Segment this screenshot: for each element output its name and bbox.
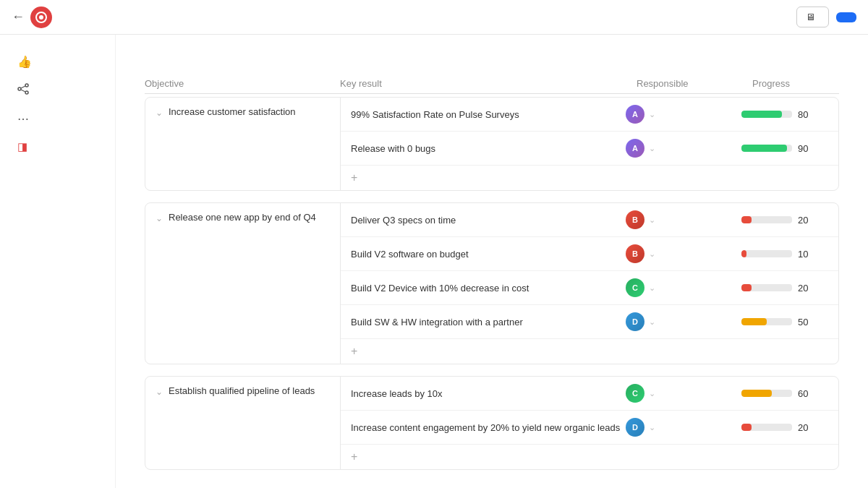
avatar: A bbox=[626, 105, 644, 124]
share-icon bbox=[17, 83, 29, 98]
responsible-chevron[interactable]: ⌄ bbox=[649, 389, 655, 398]
progress-bar bbox=[741, 424, 752, 431]
collapse-chevron[interactable]: ⌄ bbox=[156, 213, 163, 223]
responsible-chevron[interactable]: ⌄ bbox=[649, 215, 655, 225]
avatar: D bbox=[626, 418, 644, 437]
add-icon: + bbox=[351, 450, 626, 463]
progress-bar-wrap bbox=[741, 284, 792, 291]
content-area: Objective Key result Responsible Progres… bbox=[116, 35, 868, 488]
kr-text: Deliver Q3 specs on time bbox=[351, 215, 626, 226]
objective-cell: ⌄Increase customer satisfaction bbox=[145, 98, 341, 190]
progress-number: 20 bbox=[798, 422, 815, 433]
add-kr-row[interactable]: + bbox=[341, 445, 838, 469]
add-kr-row[interactable]: + bbox=[341, 166, 838, 190]
kr-list: 99% Satisfaction Rate on Pulse Surveys A… bbox=[341, 98, 838, 190]
progress-bar bbox=[741, 250, 746, 257]
responsible-chevron[interactable]: ⌄ bbox=[649, 110, 655, 119]
thumbs-up-icon: 👍 bbox=[17, 55, 32, 69]
svg-line-4 bbox=[21, 90, 25, 92]
add-icon: + bbox=[351, 345, 626, 358]
objective-row: ⌄Increase customer satisfaction 99% Sati… bbox=[145, 98, 838, 190]
progress-bar bbox=[741, 216, 752, 223]
progress-bar bbox=[741, 145, 787, 152]
progress-bar bbox=[741, 111, 782, 118]
copy-doc-button[interactable] bbox=[836, 12, 856, 22]
kr-text: Build V2 Device with 10% decrease in cos… bbox=[351, 283, 626, 294]
responsible-cell: C ⌄ bbox=[626, 384, 741, 403]
responsible-chevron[interactable]: ⌄ bbox=[649, 144, 655, 153]
objective-row: ⌄Establish qualified pipeline of leads I… bbox=[145, 377, 838, 469]
back-icon: ← bbox=[12, 9, 25, 25]
avatar: B bbox=[626, 210, 644, 229]
responsible-chevron[interactable]: ⌄ bbox=[649, 249, 655, 259]
progress-bar-wrap bbox=[741, 318, 792, 325]
progress-number: 90 bbox=[798, 143, 815, 154]
sidebar-item-likes[interactable]: 👍 bbox=[6, 49, 109, 74]
objective-cell: ⌄Establish qualified pipeline of leads bbox=[145, 377, 341, 469]
objective-label: Release one new app by end of Q4 bbox=[169, 212, 316, 223]
table-row: Deliver Q3 specs on time B ⌄ 20 bbox=[341, 203, 838, 237]
progress-bar-wrap bbox=[741, 250, 792, 257]
table-row: Build SW & HW integration with a partner… bbox=[341, 305, 838, 339]
objective-label: Establish qualified pipeline of leads bbox=[169, 385, 315, 396]
progress-bar-wrap bbox=[741, 145, 792, 152]
progress-number: 20 bbox=[798, 283, 815, 294]
kr-text: Increase content engagement by 20% to yi… bbox=[351, 422, 626, 433]
objective-cell: ⌄Release one new app by end of Q4 bbox=[145, 203, 341, 364]
table-row: Increase content engagement by 20% to yi… bbox=[341, 411, 838, 445]
main-layout: 👍 ⋯ ◨ bbox=[0, 35, 868, 488]
sidebar-item-more[interactable]: ⋯ bbox=[6, 106, 109, 132]
progress-cell: 50 bbox=[741, 317, 828, 328]
responsible-cell: C ⌄ bbox=[626, 278, 741, 297]
sidebar-item-gallery[interactable]: ◨ bbox=[6, 134, 109, 159]
table-row: Build V2 software on budget B ⌄ 10 bbox=[341, 237, 838, 271]
topbar-right: 🖥 bbox=[796, 7, 856, 27]
kr-text: Release with 0 bugs bbox=[351, 143, 626, 154]
responsible-cell: D ⌄ bbox=[626, 418, 741, 437]
more-icon: ⋯ bbox=[17, 112, 29, 126]
table-row: Build V2 Device with 10% decrease in cos… bbox=[341, 271, 838, 305]
svg-point-0 bbox=[25, 84, 28, 87]
request-demo-button[interactable]: 🖥 bbox=[796, 7, 829, 27]
responsible-cell: A ⌄ bbox=[626, 139, 741, 158]
progress-number: 80 bbox=[798, 109, 815, 120]
col-key-result: Key result bbox=[340, 78, 637, 89]
back-button[interactable]: ← bbox=[12, 9, 25, 25]
progress-cell: 10 bbox=[741, 249, 828, 260]
progress-cell: 20 bbox=[741, 283, 828, 294]
responsible-cell: A ⌄ bbox=[626, 105, 741, 124]
collapse-chevron[interactable]: ⌄ bbox=[156, 108, 163, 118]
add-icon: + bbox=[351, 171, 626, 184]
sidebar-item-share[interactable] bbox=[6, 77, 109, 103]
progress-bar-wrap bbox=[741, 390, 792, 397]
progress-bar bbox=[741, 284, 752, 291]
svg-line-3 bbox=[21, 86, 25, 88]
kr-text: Build SW & HW integration with a partner bbox=[351, 317, 626, 328]
progress-number: 20 bbox=[798, 215, 815, 226]
avatar: C bbox=[626, 384, 644, 403]
objective-row: ⌄Release one new app by end of Q4 Delive… bbox=[145, 203, 838, 364]
progress-number: 10 bbox=[798, 249, 815, 260]
progress-bar bbox=[741, 318, 767, 325]
logo-inner bbox=[35, 12, 47, 23]
progress-cell: 20 bbox=[741, 422, 828, 433]
responsible-chevron[interactable]: ⌄ bbox=[649, 283, 655, 293]
kr-list: Deliver Q3 specs on time B ⌄ 20 Build V2… bbox=[341, 203, 838, 364]
add-kr-row[interactable]: + bbox=[341, 339, 838, 364]
collapse-chevron[interactable]: ⌄ bbox=[156, 387, 163, 397]
sidebar: 👍 ⋯ ◨ bbox=[0, 35, 116, 488]
table-row: 99% Satisfaction Rate on Pulse Surveys A… bbox=[341, 98, 838, 132]
responsible-chevron[interactable]: ⌄ bbox=[649, 423, 655, 432]
kr-list: Increase leads by 10x C ⌄ 60 Increase co… bbox=[341, 377, 838, 469]
responsible-cell: B ⌄ bbox=[626, 244, 741, 263]
table-row: Release with 0 bugs A ⌄ 90 bbox=[341, 132, 838, 166]
progress-bar-wrap bbox=[741, 111, 792, 118]
progress-cell: 90 bbox=[741, 143, 828, 154]
table-header: Objective Key result Responsible Progres… bbox=[145, 74, 839, 94]
progress-bar-wrap bbox=[741, 216, 792, 223]
svg-point-1 bbox=[18, 87, 21, 90]
gallery-icon: ◨ bbox=[17, 140, 27, 153]
app-logo bbox=[30, 7, 52, 28]
responsible-chevron[interactable]: ⌄ bbox=[649, 317, 655, 327]
kr-text: 99% Satisfaction Rate on Pulse Surveys bbox=[351, 109, 626, 120]
